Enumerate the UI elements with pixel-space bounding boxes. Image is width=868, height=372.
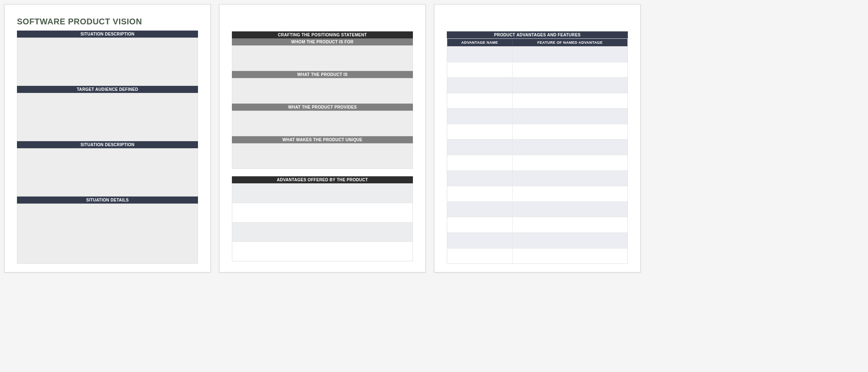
- table-row[interactable]: [447, 77, 627, 93]
- template-page-3: PRODUCT ADVANTAGES AND FEATURES ADVANTAG…: [434, 4, 641, 272]
- table-row[interactable]: [447, 155, 627, 171]
- section-header-positioning-statement: CRAFTING THE POSITIONING STATEMENT: [232, 31, 413, 38]
- table-row[interactable]: [232, 222, 413, 242]
- content-area[interactable]: [17, 148, 198, 197]
- content-area[interactable]: [232, 78, 413, 104]
- table-row[interactable]: [447, 124, 627, 140]
- section-header-situation-details: SITUATION DETAILS: [17, 197, 198, 204]
- table-row[interactable]: [447, 139, 627, 155]
- features-table: ADVANTAGE NAME FEATURE OF NAMED ADVANTAG…: [447, 38, 628, 264]
- table-row[interactable]: [447, 232, 627, 248]
- subheader-unique: WHAT MAKES THE PRODUCT UNIQUE: [232, 136, 413, 143]
- content-area[interactable]: [17, 38, 198, 86]
- template-page-2: CRAFTING THE POSITIONING STATEMENT WHOM …: [219, 4, 426, 272]
- table-row[interactable]: [232, 242, 413, 261]
- features-table-header: ADVANTAGE NAME FEATURE OF NAMED ADVANTAG…: [447, 39, 627, 46]
- content-area[interactable]: [232, 111, 413, 136]
- content-area[interactable]: [232, 143, 413, 169]
- table-row[interactable]: [447, 201, 627, 217]
- section-header-situation-description: SITUATION DESCRIPTION: [17, 31, 198, 38]
- section-header-product-advantages-features: PRODUCT ADVANTAGES AND FEATURES: [447, 31, 628, 38]
- col-header-advantage-name: ADVANTAGE NAME: [447, 39, 513, 46]
- table-row[interactable]: [232, 203, 413, 222]
- table-row[interactable]: [447, 108, 627, 124]
- table-row[interactable]: [447, 217, 627, 232]
- section-header-advantages: ADVANTAGES OFFERED BY THE PRODUCT: [232, 176, 413, 183]
- section-header-situation-description-2: SITUATION DESCRIPTION: [17, 141, 198, 148]
- table-row[interactable]: [447, 186, 627, 201]
- content-area[interactable]: [17, 93, 198, 141]
- content-area[interactable]: [232, 45, 413, 71]
- table-row[interactable]: [447, 62, 627, 78]
- table-row[interactable]: [232, 184, 413, 203]
- page-title: SOFTWARE PRODUCT VISION: [17, 17, 198, 26]
- col-header-feature: FEATURE OF NAMED ADVANTAGE: [513, 39, 627, 46]
- subheader-what-is: WHAT THE PRODUCT IS: [232, 71, 413, 78]
- subheader-provides: WHAT THE PRODUCT PROVIDES: [232, 104, 413, 111]
- table-row[interactable]: [447, 248, 627, 264]
- table-row[interactable]: [447, 93, 627, 109]
- section-header-target-audience: TARGET AUDIENCE DEFINED: [17, 86, 198, 93]
- table-row[interactable]: [447, 171, 627, 186]
- template-page-1: SOFTWARE PRODUCT VISION SITUATION DESCRI…: [4, 4, 211, 272]
- table-row[interactable]: [447, 46, 627, 62]
- content-area[interactable]: [17, 204, 198, 264]
- advantages-table: [232, 183, 413, 261]
- subheader-whom-for: WHOM THE PRODUCT IS FOR: [232, 38, 413, 45]
